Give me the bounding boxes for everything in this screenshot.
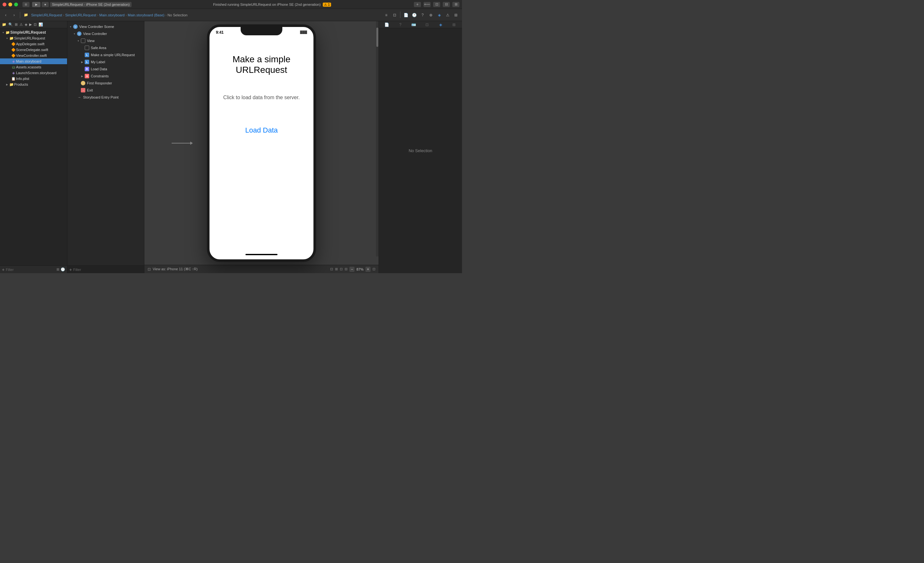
clock-icon[interactable]: 🕐 xyxy=(411,12,418,19)
maximize-button[interactable] xyxy=(14,3,18,6)
outline-filter-icon[interactable]: + xyxy=(69,267,72,272)
git-icon[interactable]: ⊞ xyxy=(452,12,459,19)
group-simpleurlrequest[interactable]: ▾ 📁 SimpleURLRequest xyxy=(0,35,67,41)
constraints-expand: ▶ xyxy=(80,74,84,78)
outline-entry-point[interactable]: → Storyboard Entry Point xyxy=(68,94,144,101)
inspector-toggle[interactable]: ⊞ xyxy=(452,2,459,7)
outline-filter-label[interactable]: Filter xyxy=(73,268,142,272)
sidebar-toggle[interactable]: ⊞ xyxy=(22,2,30,7)
no-selection-label: No Selection xyxy=(409,148,432,153)
filter-input[interactable]: Filter xyxy=(6,268,55,272)
recent-files-icon[interactable]: 🕐 xyxy=(61,267,65,272)
inspector-panel-icon[interactable]: ⊡ xyxy=(391,12,398,19)
reports-icon[interactable]: 📊 xyxy=(39,23,43,27)
outline-vc[interactable]: ▾ V View Controller xyxy=(68,30,144,37)
scenedelegate-label: SceneDelegate.swift xyxy=(16,48,48,52)
file-icon[interactable]: 📄 xyxy=(402,12,410,19)
file-tree: ▾ 📁 SimpleURLRequest ▾ 📁 SimpleURLReques… xyxy=(0,28,67,266)
breakpoints-icon[interactable]: ⊡ xyxy=(34,23,37,27)
constraints-label: Constraints xyxy=(91,74,109,78)
outline-constraints[interactable]: ▶ ⊞ Constraints xyxy=(68,72,144,80)
view-label: View xyxy=(87,39,94,43)
sort-icon[interactable]: ⊞ xyxy=(57,267,59,272)
file-assets[interactable]: 🗂 Assets.xcassets xyxy=(0,64,67,70)
zoom-out-button[interactable]: − xyxy=(350,267,354,272)
breadcrumb-item-1[interactable]: SimpleURLRequest xyxy=(31,13,62,17)
source-control-icon[interactable]: ⊞ xyxy=(15,23,18,27)
main-layout: 📁 🔍 ⊞ ⚠ ◈ ▶ ⊡ 📊 ▾ 📁 SimpleURLRequest ▾ 📁… xyxy=(0,21,462,273)
launch-storyboard-icon: ◈ xyxy=(11,70,16,75)
tests-icon[interactable]: ◈ xyxy=(25,23,27,27)
zoom-fit-icon-3[interactable]: ⊡ xyxy=(340,267,343,271)
safe-area-label: Safe Area xyxy=(91,46,106,50)
outline-scene[interactable]: ▾ V View Controller Scene xyxy=(68,23,144,30)
panel-toggle[interactable]: ⊟ xyxy=(443,2,450,7)
outline-exit[interactable]: → Exit xyxy=(68,87,144,94)
iphone-subtitle: Click to load data from the server. xyxy=(223,95,300,101)
add-file-icon[interactable]: + xyxy=(2,267,4,272)
identity-inspector-icon[interactable]: 🪪 xyxy=(410,21,417,28)
outline-first-responder[interactable]: ? First Responder xyxy=(68,80,144,87)
group-products[interactable]: ▶ 📁 Products xyxy=(0,81,67,87)
file-viewcontroller[interactable]: 🔶 ViewController.swift xyxy=(0,53,67,59)
bookmark-icon[interactable]: ⊕ xyxy=(428,12,434,19)
breadcrumb-item-3[interactable]: Main.storyboard xyxy=(99,13,125,17)
zoom-in-button[interactable]: + xyxy=(365,267,370,272)
inspector-content: No Selection xyxy=(379,28,462,273)
assets-file-icon: 🗂 xyxy=(11,65,16,70)
minimize-button[interactable] xyxy=(8,3,12,6)
canvas-content[interactable]: View Controller 9:41 ▓▓▓ Make a simple U… xyxy=(144,21,379,265)
close-button[interactable] xyxy=(3,3,6,6)
zoom-extra-icon[interactable]: ⊡ xyxy=(372,267,375,271)
stop-button[interactable]: ■ xyxy=(42,2,49,7)
outline-load-data[interactable]: B Load Data xyxy=(68,66,144,72)
outline-safe-area[interactable]: Safe Area xyxy=(68,44,144,51)
status-area: Finished running SimpleURLRequest on iPh… xyxy=(132,3,412,6)
file-launchscreen[interactable]: ◈ LaunchScreen.storyboard xyxy=(0,70,67,76)
run-button[interactable]: ▶ xyxy=(32,2,40,7)
breadcrumb-item-4[interactable]: Main.storyboard (Base) xyxy=(128,13,164,17)
forward-nav-icon[interactable]: › xyxy=(11,12,17,18)
zoom-fit-icon[interactable]: ⊡ xyxy=(330,267,333,271)
project-root[interactable]: ▾ 📁 SimpleURLRequest xyxy=(0,30,67,35)
assets-label: Assets.xcassets xyxy=(16,65,41,69)
search-nav-icon[interactable]: 🔍 xyxy=(8,23,13,27)
canvas-scrollbar[interactable] xyxy=(376,21,379,257)
file-infoplist[interactable]: 📋 Info.plist xyxy=(0,76,67,81)
iphone-content: Make a simple URLRequest Click to load d… xyxy=(210,41,314,250)
breadcrumb-item-2[interactable]: SimpleURLRequest xyxy=(65,13,96,17)
help-icon[interactable]: ? xyxy=(419,12,426,19)
list-view-icon[interactable]: ≡ xyxy=(383,12,390,19)
add-item-button[interactable]: + xyxy=(414,2,421,7)
size-inspector-icon[interactable]: ◈ xyxy=(437,21,444,28)
issues-icon[interactable]: ⚠ xyxy=(20,23,23,27)
warning-icon[interactable]: ⚠ xyxy=(444,12,451,19)
file-icon[interactable]: 📁 xyxy=(2,23,6,27)
inspector-header: 📄 ? 🪪 ⊡ ◈ ⊞ xyxy=(379,21,462,28)
titlebar: ⊞ ▶ ■ SimpleURLRequest › iPhone SE (2nd … xyxy=(0,0,462,9)
outline-view[interactable]: ▾ View xyxy=(68,37,144,44)
scheme-selector[interactable]: SimpleURLRequest › iPhone SE (2nd genera… xyxy=(50,2,132,7)
location-icon[interactable]: ◈ xyxy=(436,12,443,19)
layout-options[interactable]: ⊡ xyxy=(433,2,440,7)
file-main-storyboard[interactable]: ◈ Main.storyboard xyxy=(0,59,67,64)
back-nav-icon[interactable]: ‹ xyxy=(3,12,9,18)
connections-inspector-icon[interactable]: ⊞ xyxy=(450,21,458,28)
file-inspector-icon[interactable]: 📄 xyxy=(383,21,390,28)
zoom-fit-icon-2[interactable]: ⊞ xyxy=(335,267,338,271)
debug-icon[interactable]: ▶ xyxy=(29,23,32,27)
file-appdelegate[interactable]: 🔶 AppDelegate.swift xyxy=(0,41,67,47)
inspector-panel: 📄 ? 🪪 ⊡ ◈ ⊞ No Selection xyxy=(379,21,462,273)
nav-back[interactable]: ⟵ xyxy=(423,2,430,7)
folder-icon: 📁 xyxy=(23,12,29,18)
outline-url-label[interactable]: L Make a simple URLRequest xyxy=(68,51,144,59)
file-scenedelegate[interactable]: 🔶 SceneDelegate.swift xyxy=(0,47,67,53)
view-as-label[interactable]: View as: iPhone 11 (⌘C ↑R) xyxy=(153,267,198,271)
attributes-inspector-icon[interactable]: ⊡ xyxy=(423,21,430,28)
outline-my-label[interactable]: ▶ L My Label xyxy=(68,59,144,66)
swift-file-icon-2: 🔶 xyxy=(11,47,16,52)
iphone-load-button[interactable]: Load Data xyxy=(245,126,278,135)
zoom-fit-icon-4[interactable]: ⊟ xyxy=(345,267,348,271)
nav-header: 📁 🔍 ⊞ ⚠ ◈ ▶ ⊡ 📊 xyxy=(0,21,67,28)
quick-help-icon[interactable]: ? xyxy=(397,21,404,28)
